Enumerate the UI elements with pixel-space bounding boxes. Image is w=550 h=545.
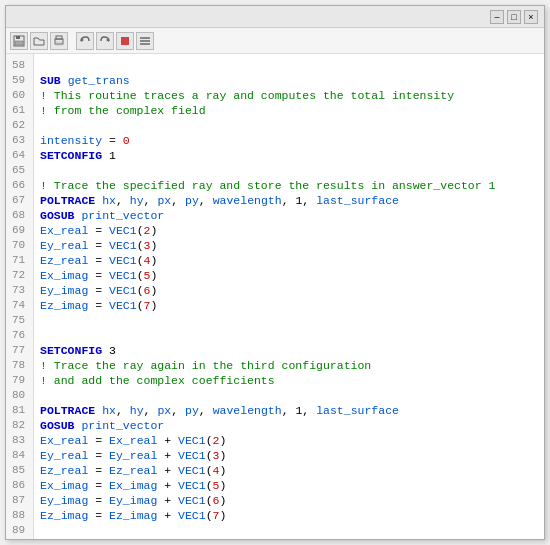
code-line bbox=[40, 118, 538, 133]
code-line: SETCONFIG 1 bbox=[40, 148, 538, 163]
undo-button[interactable] bbox=[76, 32, 94, 50]
code-line: Ey_real = Ey_real + VEC1(3) bbox=[40, 448, 538, 463]
toolbar bbox=[6, 28, 544, 54]
code-line: ! This routine traces a ray and computes… bbox=[40, 88, 538, 103]
code-line bbox=[40, 388, 538, 403]
code-line bbox=[40, 163, 538, 178]
code-line: Ex_imag = Ex_imag + VEC1(5) bbox=[40, 478, 538, 493]
code-line: ! from the complex field bbox=[40, 103, 538, 118]
code-line: POLTRACE hx, hy, px, py, wavelength, 1, … bbox=[40, 403, 538, 418]
code-line: Ey_imag = Ey_imag + VEC1(6) bbox=[40, 493, 538, 508]
code-line: ! Trace the specified ray and store the … bbox=[40, 178, 538, 193]
svg-rect-4 bbox=[56, 36, 62, 39]
code-line: Ez_imag = Ez_imag + VEC1(7) bbox=[40, 508, 538, 523]
title-bar: – □ × bbox=[6, 6, 544, 28]
code-line bbox=[40, 523, 538, 538]
svg-rect-1 bbox=[16, 36, 20, 39]
code-line: GOSUB print_vector bbox=[40, 208, 538, 223]
print-button[interactable] bbox=[50, 32, 68, 50]
window-controls: – □ × bbox=[490, 10, 538, 24]
svg-rect-2 bbox=[15, 41, 23, 45]
close-button[interactable]: × bbox=[524, 10, 538, 24]
code-line: GOSUB print_vector bbox=[40, 418, 538, 433]
code-line: ! Trace the ray again in the third confi… bbox=[40, 358, 538, 373]
code-line bbox=[40, 313, 538, 328]
code-line: Ez_real = VEC1(4) bbox=[40, 253, 538, 268]
code-line: ! and add the complex coefficients bbox=[40, 373, 538, 388]
code-line: Ex_real = VEC1(2) bbox=[40, 223, 538, 238]
minimize-button[interactable]: – bbox=[490, 10, 504, 24]
code-line: intensity = 0 bbox=[40, 133, 538, 148]
main-window: – □ × 58596061626364656667686970717 bbox=[5, 5, 545, 540]
code-line: SETCONFIG 3 bbox=[40, 343, 538, 358]
redo-button[interactable] bbox=[96, 32, 114, 50]
editor-area: 5859606162636465666768697071727374757677… bbox=[6, 54, 544, 539]
maximize-button[interactable]: □ bbox=[507, 10, 521, 24]
code-editor[interactable]: SUB get_trans! This routine traces a ray… bbox=[34, 54, 544, 539]
svg-rect-8 bbox=[121, 37, 129, 45]
code-line: POLTRACE hx, hy, px, py, wavelength, 1, … bbox=[40, 193, 538, 208]
code-line: Ex_real = Ex_real + VEC1(2) bbox=[40, 433, 538, 448]
open-button[interactable] bbox=[30, 32, 48, 50]
code-line: Ey_real = VEC1(3) bbox=[40, 238, 538, 253]
code-line: Ez_imag = VEC1(7) bbox=[40, 298, 538, 313]
code-line: Ez_real = Ez_real + VEC1(4) bbox=[40, 463, 538, 478]
save-button[interactable] bbox=[10, 32, 28, 50]
code-line bbox=[40, 328, 538, 343]
code-line bbox=[40, 538, 538, 539]
code-line bbox=[40, 58, 538, 73]
stop-button[interactable] bbox=[116, 32, 134, 50]
code-line: Ey_imag = VEC1(6) bbox=[40, 283, 538, 298]
code-line: SUB get_trans bbox=[40, 73, 538, 88]
code-line: Ex_imag = VEC1(5) bbox=[40, 268, 538, 283]
menu-button[interactable] bbox=[136, 32, 154, 50]
line-numbers: 5859606162636465666768697071727374757677… bbox=[6, 54, 34, 539]
